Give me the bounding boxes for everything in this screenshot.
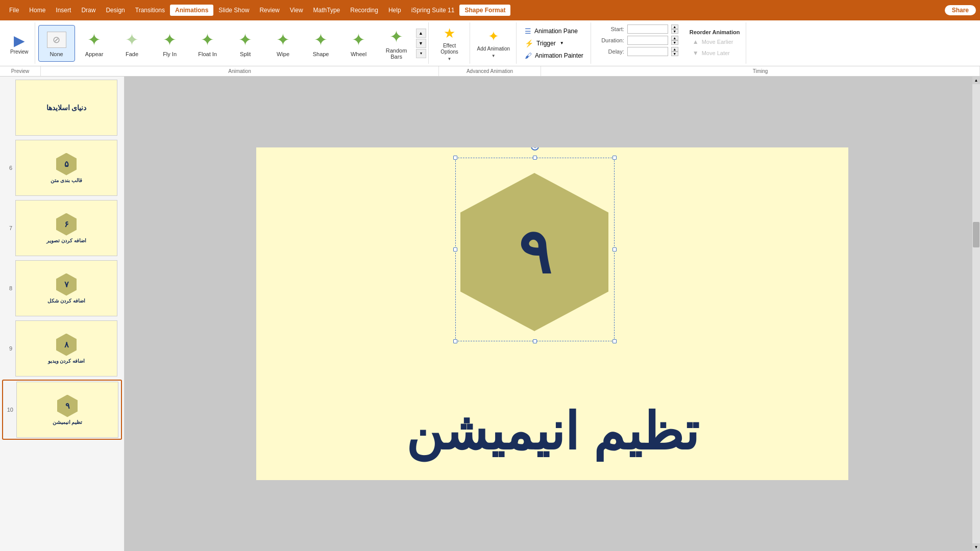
thumb-hex-9: ۸	[56, 334, 77, 356]
scroll-down[interactable]: ▼	[416, 39, 426, 48]
thumb-hexnum-9: ۸	[64, 340, 69, 349]
anim-floatin[interactable]: ✦ Float In	[189, 25, 226, 62]
share-button[interactable]: Share	[945, 5, 976, 15]
preview-button[interactable]: ▶ Preview	[6, 30, 33, 57]
appear-label: Appear	[85, 51, 103, 57]
wipe-icon: ✦	[273, 30, 293, 50]
slide-number-9: 9	[3, 345, 12, 352]
handle-ml[interactable]	[453, 247, 457, 252]
anim-randombars[interactable]: ✦ Random Bars	[378, 25, 415, 62]
duration-spinner: ▲ ▼	[671, 36, 678, 45]
menu-shapeformat[interactable]: Shape Format	[459, 5, 510, 16]
slide-item-9[interactable]: 9 ۸ اضافه کردن ویدیو	[2, 319, 122, 378]
animation-pane-button[interactable]: ☰ Animation Pane	[522, 26, 586, 36]
slide-canvas: ↻ ۹ تظیم انیمیشن ▲ ▼	[125, 77, 980, 551]
thumb-text-8: اضافه کردن شکل	[47, 298, 85, 304]
thumb-hex-7: ۶	[56, 213, 77, 236]
menu-animations[interactable]: Animations	[170, 5, 213, 16]
duration-label: Duration:	[596, 37, 624, 43]
preview-icon: ▶	[14, 32, 25, 49]
trigger-button[interactable]: ⚡ Trigger ▼	[522, 38, 586, 48]
menu-help[interactable]: Help	[383, 5, 406, 16]
slide-item-6[interactable]: 6 ۵ قالب بندی متن	[2, 139, 122, 197]
anim-fade[interactable]: ✦ Fade	[114, 25, 151, 62]
duration-down[interactable]: ▼	[671, 40, 678, 45]
duration-input[interactable]	[627, 36, 668, 45]
advanced-section-label: Advanced Animation	[439, 66, 541, 76]
scroll-expand[interactable]: ▾	[416, 49, 426, 58]
scroll-down-btn[interactable]: ▼	[972, 543, 980, 551]
duration-row: Duration: ▲ ▼	[596, 36, 678, 45]
handle-bm[interactable]	[533, 339, 537, 343]
scrollbar-track	[972, 84, 980, 543]
menu-transitions[interactable]: Transitions	[130, 5, 170, 16]
slide-item-title[interactable]: دنیای اسلایدها	[2, 79, 122, 137]
animation-section-label: Animation	[41, 66, 439, 76]
reorder-section: Reorder Animation ▲ Move Earlier ▼ Move …	[683, 22, 747, 64]
menu-mathtype[interactable]: MathType	[308, 5, 346, 16]
slide-thumb-6: ۵ قالب بندی متن	[15, 140, 117, 196]
handle-tl[interactable]	[453, 156, 457, 160]
slide-thumb-8: ۷ اضافه کردن شکل	[15, 260, 117, 316]
duration-up[interactable]: ▲	[671, 36, 678, 40]
menu-design[interactable]: Design	[101, 5, 130, 16]
menu-slideshow[interactable]: Slide Show	[213, 5, 254, 16]
thumb-hex-6: ۵	[56, 153, 77, 176]
start-up[interactable]: ▲	[671, 24, 678, 29]
delay-down[interactable]: ▼	[671, 52, 678, 56]
menu-review[interactable]: Review	[254, 5, 284, 16]
add-animation-button[interactable]: ✦ Add Animation ▼	[473, 27, 514, 60]
menu-insert[interactable]: Insert	[51, 5, 76, 16]
slide-item-10[interactable]: 10 ۹ تظیم انیمیشن	[2, 380, 122, 440]
anim-none[interactable]: ⊘ None	[38, 25, 75, 62]
menu-recording[interactable]: Recording	[345, 5, 383, 16]
slide-item-7[interactable]: 7 ۶ اضافه کردن تصویر	[2, 199, 122, 257]
anim-wheel[interactable]: ✦ Wheel	[340, 25, 377, 62]
delay-input[interactable]	[627, 47, 668, 56]
animation-painter-button[interactable]: 🖌 Animation Painter	[522, 51, 586, 61]
thumb-hexnum-6: ۵	[64, 159, 69, 169]
reorder-title: Reorder Animation	[690, 29, 740, 35]
wheel-label: Wheel	[351, 51, 366, 57]
delay-up[interactable]: ▲	[671, 47, 678, 52]
randombars-icon: ✦	[386, 27, 407, 46]
effect-options-icon: ★	[444, 26, 455, 41]
handle-tm[interactable]	[533, 156, 537, 160]
anim-flyin[interactable]: ✦ Fly In	[152, 25, 188, 62]
menu-bar: File Home Insert Draw Design Transitions…	[0, 0, 980, 20]
anim-split[interactable]: ✦ Split	[227, 25, 264, 62]
handle-tr[interactable]	[612, 156, 617, 160]
menu-view[interactable]: View	[285, 5, 308, 16]
start-down[interactable]: ▼	[671, 29, 678, 34]
slide-item-8[interactable]: 8 ۷ اضافه کردن شکل	[2, 259, 122, 317]
move-later-button[interactable]: ▼ Move Later	[690, 48, 740, 58]
thumb-hexnum-8: ۷	[64, 280, 69, 289]
handle-br[interactable]	[612, 339, 617, 343]
anim-shape[interactable]: ✦ Shape	[303, 25, 339, 62]
scroll-up[interactable]: ▲	[416, 29, 426, 38]
move-earlier-button[interactable]: ▲ Move Earlier	[690, 37, 740, 46]
anim-appear[interactable]: ✦ Appear	[76, 25, 113, 62]
move-earlier-label: Move Earlier	[702, 39, 733, 45]
scroll-up-btn[interactable]: ▲	[972, 77, 980, 84]
animation-pane-label: Animation Pane	[534, 28, 578, 35]
handle-mr[interactable]	[612, 247, 617, 252]
none-icon: ⊘	[46, 30, 67, 50]
start-row: Start: ▲ ▼	[596, 24, 678, 34]
add-animation-icon: ✦	[488, 29, 499, 44]
menu-ispring[interactable]: iSpring Suite 11	[406, 5, 460, 16]
menu-draw[interactable]: Draw	[76, 5, 101, 16]
menu-home[interactable]: Home	[24, 5, 51, 16]
timing-section: Start: ▲ ▼ Duration: ▲ ▼ Delay: ▲ ▼	[592, 22, 682, 64]
effect-options-button[interactable]: ★ EffectOptions ▼	[432, 23, 468, 63]
thumb-hexnum-7: ۶	[64, 219, 69, 229]
rotate-handle[interactable]: ↻	[531, 147, 539, 151]
menu-file[interactable]: File	[4, 5, 24, 16]
start-input[interactable]	[627, 24, 668, 34]
handle-bl[interactable]	[453, 339, 457, 343]
anim-wipe[interactable]: ✦ Wipe	[265, 25, 302, 62]
scrollbar-thumb[interactable]	[973, 222, 979, 247]
thumb-text-7: اضافه کردن تصویر	[46, 238, 86, 243]
hex-container[interactable]: ↻ ۹	[455, 158, 615, 341]
thumb-text-10: تظیم انیمیشن	[53, 419, 83, 425]
